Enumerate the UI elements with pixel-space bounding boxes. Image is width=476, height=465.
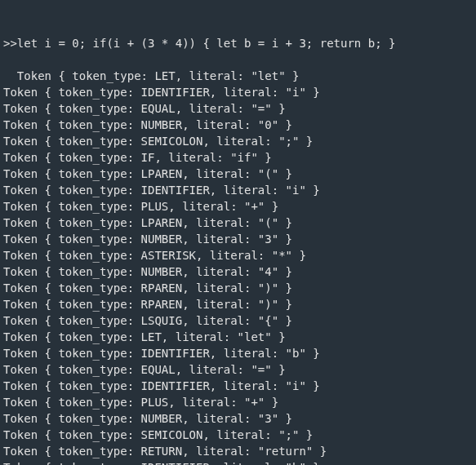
terminal-output[interactable]: >>let i = 0; if(i + (3 * 4)) { let b = i…	[0, 0, 476, 465]
repl-input-code: let i = 0; if(i + (3 * 4)) { let b = i +…	[17, 37, 396, 50]
token-list: Token { token_type: LET, literal: "let" …	[3, 69, 327, 465]
repl-input-line: >>let i = 0; if(i + (3 * 4)) { let b = i…	[3, 35, 473, 51]
repl-prompt: >>	[3, 37, 17, 50]
